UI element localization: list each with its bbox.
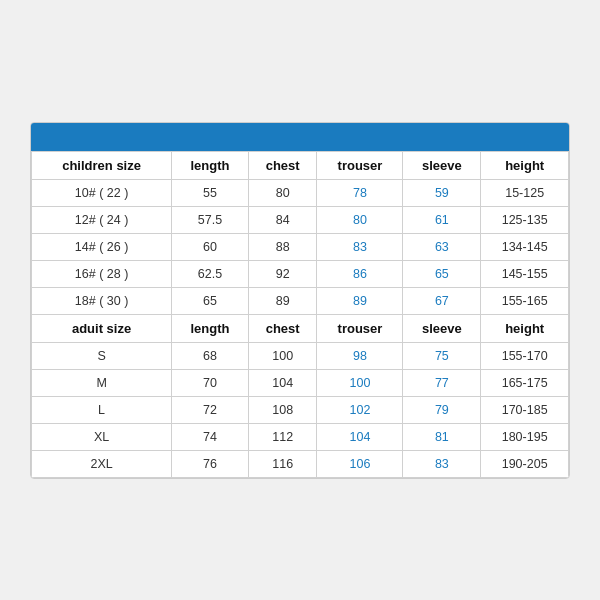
adult-cell-2-0: L bbox=[32, 396, 172, 423]
adult-cell-3-2: 112 bbox=[248, 423, 317, 450]
children-cell-1-0: 12# ( 24 ) bbox=[32, 206, 172, 233]
adult-header-col-1: length bbox=[172, 314, 249, 342]
children-cell-4-4: 67 bbox=[403, 287, 481, 314]
children-cell-1-1: 57.5 bbox=[172, 206, 249, 233]
children-cell-2-5: 134-145 bbox=[481, 233, 569, 260]
children-header-col-3: trouser bbox=[317, 151, 403, 179]
adult-cell-0-3: 98 bbox=[317, 342, 403, 369]
children-header-col-0: children size bbox=[32, 151, 172, 179]
adult-row-1: M7010410077165-175 bbox=[32, 369, 569, 396]
children-header-col-2: chest bbox=[248, 151, 317, 179]
adult-row-4: 2XL7611610683190-205 bbox=[32, 450, 569, 477]
children-cell-0-5: 15-125 bbox=[481, 179, 569, 206]
adult-row-0: S681009875155-170 bbox=[32, 342, 569, 369]
adult-cell-2-3: 102 bbox=[317, 396, 403, 423]
adult-cell-3-3: 104 bbox=[317, 423, 403, 450]
children-row-4: 18# ( 30 )65898967155-165 bbox=[32, 287, 569, 314]
adult-header-col-0: aduit size bbox=[32, 314, 172, 342]
children-header-col-4: sleeve bbox=[403, 151, 481, 179]
children-cell-2-3: 83 bbox=[317, 233, 403, 260]
adult-cell-2-5: 170-185 bbox=[481, 396, 569, 423]
adult-cell-4-5: 190-205 bbox=[481, 450, 569, 477]
adult-cell-0-5: 155-170 bbox=[481, 342, 569, 369]
adult-cell-4-4: 83 bbox=[403, 450, 481, 477]
adult-cell-3-1: 74 bbox=[172, 423, 249, 450]
children-cell-4-0: 18# ( 30 ) bbox=[32, 287, 172, 314]
adult-cell-2-1: 72 bbox=[172, 396, 249, 423]
children-cell-3-2: 92 bbox=[248, 260, 317, 287]
adult-cell-2-4: 79 bbox=[403, 396, 481, 423]
children-cell-0-1: 55 bbox=[172, 179, 249, 206]
children-header-col-1: length bbox=[172, 151, 249, 179]
adult-header-col-2: chest bbox=[248, 314, 317, 342]
children-cell-2-2: 88 bbox=[248, 233, 317, 260]
children-cell-1-5: 125-135 bbox=[481, 206, 569, 233]
adult-cell-3-4: 81 bbox=[403, 423, 481, 450]
size-chart-container: children sizelengthchesttrousersleevehei… bbox=[30, 122, 570, 479]
adult-cell-0-2: 100 bbox=[248, 342, 317, 369]
adult-cell-1-0: M bbox=[32, 369, 172, 396]
children-cell-3-0: 16# ( 28 ) bbox=[32, 260, 172, 287]
adult-cell-4-3: 106 bbox=[317, 450, 403, 477]
children-row-2: 14# ( 26 )60888363134-145 bbox=[32, 233, 569, 260]
children-row-1: 12# ( 24 )57.5848061125-135 bbox=[32, 206, 569, 233]
children-cell-2-4: 63 bbox=[403, 233, 481, 260]
children-cell-1-4: 61 bbox=[403, 206, 481, 233]
adult-cell-3-0: XL bbox=[32, 423, 172, 450]
children-header-col-5: height bbox=[481, 151, 569, 179]
children-cell-3-4: 65 bbox=[403, 260, 481, 287]
adult-row-3: XL7411210481180-195 bbox=[32, 423, 569, 450]
children-cell-2-1: 60 bbox=[172, 233, 249, 260]
children-cell-0-2: 80 bbox=[248, 179, 317, 206]
adult-cell-1-4: 77 bbox=[403, 369, 481, 396]
adult-cell-1-3: 100 bbox=[317, 369, 403, 396]
children-cell-0-0: 10# ( 22 ) bbox=[32, 179, 172, 206]
adult-cell-2-2: 108 bbox=[248, 396, 317, 423]
children-cell-1-3: 80 bbox=[317, 206, 403, 233]
children-cell-4-5: 155-165 bbox=[481, 287, 569, 314]
adult-cell-4-0: 2XL bbox=[32, 450, 172, 477]
adult-cell-0-4: 75 bbox=[403, 342, 481, 369]
children-cell-3-5: 145-155 bbox=[481, 260, 569, 287]
children-cell-4-3: 89 bbox=[317, 287, 403, 314]
children-row-3: 16# ( 28 )62.5928665145-155 bbox=[32, 260, 569, 287]
adult-cell-1-5: 165-175 bbox=[481, 369, 569, 396]
adult-cell-0-0: S bbox=[32, 342, 172, 369]
adult-row-2: L7210810279170-185 bbox=[32, 396, 569, 423]
children-cell-3-1: 62.5 bbox=[172, 260, 249, 287]
size-table: children sizelengthchesttrousersleevehei… bbox=[31, 151, 569, 478]
chart-title bbox=[31, 123, 569, 151]
adult-header-col-5: height bbox=[481, 314, 569, 342]
adult-cell-3-5: 180-195 bbox=[481, 423, 569, 450]
adult-cell-4-1: 76 bbox=[172, 450, 249, 477]
adult-cell-4-2: 116 bbox=[248, 450, 317, 477]
children-cell-4-1: 65 bbox=[172, 287, 249, 314]
adult-cell-1-1: 70 bbox=[172, 369, 249, 396]
adult-cell-1-2: 104 bbox=[248, 369, 317, 396]
adult-header-col-4: sleeve bbox=[403, 314, 481, 342]
children-row-0: 10# ( 22 )5580785915-125 bbox=[32, 179, 569, 206]
children-cell-4-2: 89 bbox=[248, 287, 317, 314]
children-cell-0-4: 59 bbox=[403, 179, 481, 206]
children-cell-1-2: 84 bbox=[248, 206, 317, 233]
children-cell-0-3: 78 bbox=[317, 179, 403, 206]
children-cell-2-0: 14# ( 26 ) bbox=[32, 233, 172, 260]
adult-cell-0-1: 68 bbox=[172, 342, 249, 369]
adult-header-col-3: trouser bbox=[317, 314, 403, 342]
children-cell-3-3: 86 bbox=[317, 260, 403, 287]
